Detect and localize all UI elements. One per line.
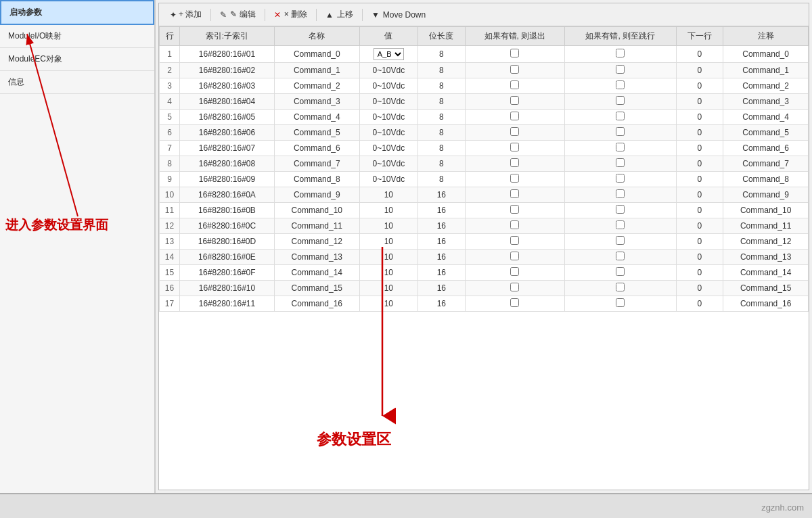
cell-comment: Command_15 <box>723 281 809 296</box>
checkbox-exit-on-err[interactable] <box>510 220 519 229</box>
cell-exit-on-err[interactable] <box>465 110 564 125</box>
delete-button[interactable]: ✕ × 删除 <box>269 7 313 22</box>
cell-jump-on-err[interactable] <box>565 218 677 234</box>
checkbox-exit-on-err[interactable] <box>510 252 519 260</box>
cell-jump-on-err[interactable] <box>565 187 677 203</box>
checkbox-exit-on-err[interactable] <box>510 112 519 120</box>
checkbox-exit-on-err[interactable] <box>510 205 519 214</box>
edit-button[interactable]: ✎ ✎ 编辑 <box>215 7 261 22</box>
add-button[interactable]: ✦ + 添加 <box>164 7 207 22</box>
move-up-button[interactable]: ▲ 上移 <box>320 7 359 22</box>
cell-index: 16#8280:16#11 <box>180 296 275 312</box>
cell-jump-on-err[interactable] <box>565 46 677 63</box>
cell-value: 10 <box>359 203 418 218</box>
checkbox-exit-on-err[interactable] <box>510 158 519 167</box>
cell-next-row: 0 <box>676 203 723 218</box>
checkbox-exit-on-err[interactable] <box>510 236 519 245</box>
checkbox-jump-on-err[interactable] <box>616 283 625 291</box>
cell-jump-on-err[interactable] <box>565 63 677 78</box>
cell-jump-on-err[interactable] <box>565 110 677 125</box>
cell-exit-on-err[interactable] <box>465 187 564 203</box>
checkbox-exit-on-err[interactable] <box>510 65 519 74</box>
checkbox-jump-on-err[interactable] <box>616 236 625 245</box>
checkbox-jump-on-err[interactable] <box>616 80 625 89</box>
value-select[interactable]: A_B <box>374 48 404 60</box>
checkbox-jump-on-err[interactable] <box>616 96 625 105</box>
checkbox-exit-on-err[interactable] <box>510 96 519 105</box>
cell-index: 16#8280:16#0D <box>180 234 275 250</box>
cell-exit-on-err[interactable] <box>465 141 564 156</box>
cell-exit-on-err[interactable] <box>465 281 564 296</box>
cell-next-row: 0 <box>676 265 723 281</box>
table-row: 216#8280:16#02Command_10~10Vdc80Command_… <box>160 63 809 78</box>
cell-exit-on-err[interactable] <box>465 125 564 141</box>
cell-jump-on-err[interactable] <box>565 172 677 187</box>
checkbox-jump-on-err[interactable] <box>616 267 625 276</box>
cell-exit-on-err[interactable] <box>465 265 564 281</box>
cell-row-num: 10 <box>160 187 180 203</box>
cell-exit-on-err[interactable] <box>465 296 564 312</box>
checkbox-jump-on-err[interactable] <box>616 65 625 74</box>
sidebar-item-startup-params[interactable]: 启动参数 <box>0 0 154 25</box>
checkbox-exit-on-err[interactable] <box>510 143 519 151</box>
cell-index: 16#8280:16#0C <box>180 218 275 234</box>
checkbox-jump-on-err[interactable] <box>616 143 625 151</box>
checkbox-jump-on-err[interactable] <box>616 112 625 120</box>
checkbox-jump-on-err[interactable] <box>616 174 625 183</box>
cell-jump-on-err[interactable] <box>565 265 677 281</box>
cell-exit-on-err[interactable] <box>465 172 564 187</box>
cell-index: 16#8280:16#01 <box>180 46 275 63</box>
cell-jump-on-err[interactable] <box>565 250 677 265</box>
checkbox-exit-on-err[interactable] <box>510 49 519 57</box>
cell-comment: Command_9 <box>723 187 809 203</box>
cell-jump-on-err[interactable] <box>565 296 677 312</box>
cell-exit-on-err[interactable] <box>465 234 564 250</box>
cell-exit-on-err[interactable] <box>465 156 564 172</box>
cell-row-num: 8 <box>160 156 180 172</box>
cell-index: 16#8280:16#06 <box>180 125 275 141</box>
cell-exit-on-err[interactable] <box>465 78 564 94</box>
checkbox-jump-on-err[interactable] <box>616 189 625 198</box>
checkbox-jump-on-err[interactable] <box>616 298 625 307</box>
sidebar-item-module-ec-obj[interactable]: ModuleEC对象 <box>0 48 154 71</box>
cell-exit-on-err[interactable] <box>465 63 564 78</box>
cell-index: 16#8280:16#0B <box>180 203 275 218</box>
separator-3 <box>316 9 317 21</box>
cell-exit-on-err[interactable] <box>465 203 564 218</box>
cell-next-row: 0 <box>676 63 723 78</box>
cell-name: Command_7 <box>274 156 359 172</box>
checkbox-exit-on-err[interactable] <box>510 127 519 136</box>
cell-exit-on-err[interactable] <box>465 46 564 63</box>
checkbox-jump-on-err[interactable] <box>616 205 625 214</box>
cell-jump-on-err[interactable] <box>565 78 677 94</box>
checkbox-exit-on-err[interactable] <box>510 189 519 198</box>
checkbox-exit-on-err[interactable] <box>510 283 519 291</box>
checkbox-exit-on-err[interactable] <box>510 298 519 307</box>
checkbox-jump-on-err[interactable] <box>616 158 625 167</box>
cell-jump-on-err[interactable] <box>565 94 677 110</box>
move-down-button[interactable]: ▼ Move Down <box>366 8 431 22</box>
checkbox-jump-on-err[interactable] <box>616 220 625 229</box>
cell-value[interactable]: A_B <box>359 46 418 63</box>
cell-next-row: 0 <box>676 46 723 63</box>
cell-exit-on-err[interactable] <box>465 250 564 265</box>
checkbox-jump-on-err[interactable] <box>616 49 625 57</box>
checkbox-jump-on-err[interactable] <box>616 127 625 136</box>
cell-jump-on-err[interactable] <box>565 234 677 250</box>
cell-exit-on-err[interactable] <box>465 218 564 234</box>
cell-jump-on-err[interactable] <box>565 156 677 172</box>
cell-exit-on-err[interactable] <box>465 94 564 110</box>
cell-jump-on-err[interactable] <box>565 281 677 296</box>
cell-index: 16#8280:16#08 <box>180 156 275 172</box>
sidebar-item-info[interactable]: 信息 <box>0 71 154 94</box>
cell-jump-on-err[interactable] <box>565 203 677 218</box>
checkbox-jump-on-err[interactable] <box>616 252 625 260</box>
checkbox-exit-on-err[interactable] <box>510 174 519 183</box>
cell-jump-on-err[interactable] <box>565 141 677 156</box>
cell-jump-on-err[interactable] <box>565 125 677 141</box>
checkbox-exit-on-err[interactable] <box>510 80 519 89</box>
checkbox-exit-on-err[interactable] <box>510 267 519 276</box>
sidebar-item-module-io-map[interactable]: ModuleI/O映射 <box>0 25 154 48</box>
cell-row-num: 2 <box>160 63 180 78</box>
cell-index: 16#8280:16#03 <box>180 78 275 94</box>
